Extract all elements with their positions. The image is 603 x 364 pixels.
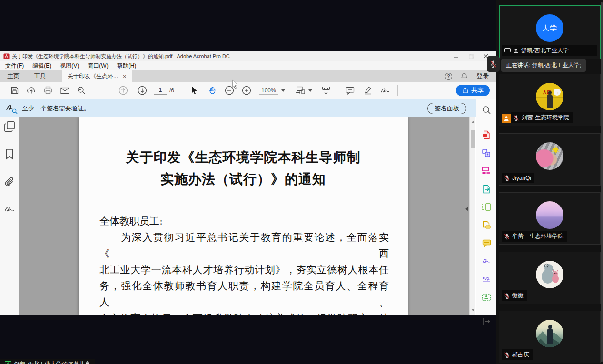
document-canvas[interactable]: 关于印发《生态环境学院本科生导师制 实施办法（试行）》的通知 全体教职员工: 为… (19, 117, 469, 315)
participants-panel: 大学 舒凯-西北工业大学 入口 → 刘茜-生态环境学院 JiyanQi (496, 0, 603, 364)
email-icon[interactable] (59, 85, 70, 96)
fit-dropdown-icon[interactable] (308, 89, 312, 92)
tool-fill-sign-icon[interactable] (481, 256, 492, 267)
menu-bar: 文件(F) 编辑(E) 视图(V) 窗口(W) 帮助(H) (0, 61, 496, 70)
participant-name-bar: 牟蕾—生态环境学院 (502, 231, 567, 242)
avatar-arrow-icon: → (554, 89, 561, 96)
page-thumbnails-icon[interactable] (4, 121, 15, 132)
avatar (536, 261, 563, 288)
signin-button[interactable]: 登录 (476, 72, 489, 80)
select-tool-icon[interactable] (189, 85, 199, 96)
menu-help[interactable]: 帮助(H) (113, 62, 141, 70)
mic-muted-icon (490, 60, 497, 68)
tab-bar: 主页 工具 关于印发《生态环... × ? 登录 (0, 70, 496, 82)
tool-edit-pdf-icon[interactable] (481, 165, 492, 177)
mouse-cursor (232, 79, 238, 89)
tab-document-label: 关于印发《生态环... (68, 72, 118, 80)
bookmarks-icon[interactable] (4, 148, 15, 160)
avatar-person-silhouette (547, 94, 553, 108)
tool-search-icon[interactable] (481, 104, 492, 116)
participant-tile[interactable]: 入口 → 刘茜-生态环境学院 (499, 74, 601, 126)
document-title: 关于印发《生态环境学院本科生导师制 实施办法（试行）》的通知 (79, 147, 408, 190)
participant-name: 微微 (512, 292, 524, 300)
participant-tile[interactable]: 牟蕾—生态环境学院 (499, 192, 601, 245)
zoom-in-icon[interactable] (241, 85, 252, 96)
participant-name: 舒凯-西北工业大学 (521, 47, 569, 55)
signature-notice-text: 至少一个签名需要验证。 (22, 104, 90, 113)
previous-page-icon[interactable] (118, 85, 129, 96)
highlight-icon[interactable] (363, 85, 373, 96)
mic-muted-icon (504, 175, 510, 181)
participant-tile[interactable]: 微微 (499, 252, 601, 304)
tool-scan-ocr-icon[interactable] (481, 292, 492, 303)
signature-notice-bar: 至少一个签名需要验证。 签名面板 (0, 99, 476, 117)
acrobat-window: 关于印发《生态环境学院本科生导师制实施办法（试行）》的通知.pdf - Adob… (0, 51, 496, 315)
tool-certificates-icon[interactable] (481, 274, 492, 285)
signature-panel-button[interactable]: 签名面板 (427, 103, 466, 114)
mic-muted-icon (514, 115, 519, 121)
comment-icon[interactable] (345, 85, 356, 96)
window-title: 关于印发《生态环境学院本科生导师制实施办法（试行）》的通知.pdf - Adob… (12, 53, 230, 60)
tool-create-pdf-icon[interactable] (481, 129, 492, 140)
mic-muted-badge[interactable] (487, 56, 500, 72)
participant-tile[interactable]: 郝占庆 (499, 311, 601, 363)
tab-home[interactable]: 主页 (0, 70, 27, 82)
scrollbar-thumb[interactable] (471, 130, 475, 148)
mic-muted-icon (504, 293, 510, 299)
minimize-button[interactable] (451, 53, 462, 59)
participant-tile[interactable]: JiyanQi (499, 133, 601, 186)
participants-scrollbar[interactable] (601, 2, 603, 362)
participant-name-bar: 微微 (502, 290, 527, 301)
pdf-page: 关于印发《生态环境学院本科生导师制 实施办法（试行）》的通知 全体教职员工: 为… (79, 117, 408, 315)
tools-expand-icon[interactable] (481, 315, 492, 327)
menu-edit[interactable]: 编辑(E) (28, 62, 56, 70)
speaking-notice: 正在讲话: 舒凯-西北工业大学; (501, 59, 586, 72)
upload-cloud-icon[interactable] (26, 85, 37, 96)
bell-icon[interactable] (461, 72, 468, 80)
participant-tile[interactable]: 大学 舒凯-西北工业大学 (499, 5, 601, 59)
participant-name: 刘茜-生态环境学院 (522, 114, 569, 122)
tab-close-icon[interactable]: × (123, 73, 127, 80)
page-scrolling-icon[interactable] (321, 85, 331, 96)
fit-width-icon[interactable] (296, 85, 306, 96)
tool-export-pdf-icon[interactable] (481, 183, 492, 195)
signatures-panel-icon[interactable] (4, 204, 15, 215)
menu-file[interactable]: 文件(F) (1, 62, 28, 70)
right-panel-collapse-icon[interactable] (465, 207, 468, 211)
document-scrollbar[interactable] (469, 117, 475, 315)
tool-combine-files-icon[interactable] (481, 147, 492, 158)
tool-comment-icon[interactable] (481, 237, 492, 249)
print-icon[interactable] (43, 85, 53, 96)
next-page-icon[interactable] (137, 85, 148, 96)
mic-muted-icon (504, 352, 510, 358)
pdf-app-icon (3, 53, 10, 59)
share-button[interactable]: 共享 (456, 85, 490, 96)
avatar-elephant-pig-art (536, 261, 563, 288)
zoom-level-value[interactable]: 100% (259, 87, 278, 95)
scroll-down-icon[interactable] (471, 309, 475, 311)
maximize-button[interactable] (466, 53, 476, 59)
window-titlebar[interactable]: 关于印发《生态环境学院本科生导师制实施办法（试行）》的通知.pdf - Adob… (0, 51, 496, 61)
search-icon[interactable] (76, 85, 87, 96)
avatar (536, 142, 563, 170)
tool-send-for-comments-icon[interactable] (481, 219, 492, 231)
fill-sign-icon[interactable] (380, 85, 391, 96)
menu-window[interactable]: 窗口(W) (83, 62, 112, 70)
scroll-up-icon[interactable] (471, 121, 475, 123)
avatar-flower-icon (551, 146, 560, 154)
tool-organize-pages-icon[interactable] (481, 201, 492, 213)
tab-tools[interactable]: 工具 (27, 70, 53, 82)
mic-muted-icon (504, 233, 510, 240)
person-icon (513, 48, 519, 54)
participant-name: JiyanQi (512, 175, 531, 181)
help-icon[interactable]: ? (445, 73, 452, 80)
zoom-dropdown-icon[interactable] (281, 89, 285, 92)
signature-validate-icon (6, 104, 16, 113)
screen: { "meeting": { "speaking_notice": "正在讲话:… (0, 0, 603, 364)
menu-view[interactable]: 视图(V) (56, 62, 83, 70)
tab-document[interactable]: 关于印发《生态环... × (62, 70, 132, 82)
page-number-input[interactable]: 1 (154, 87, 167, 95)
save-icon[interactable] (10, 85, 20, 96)
attachments-icon[interactable] (4, 176, 15, 187)
hand-tool-icon[interactable] (207, 85, 217, 96)
